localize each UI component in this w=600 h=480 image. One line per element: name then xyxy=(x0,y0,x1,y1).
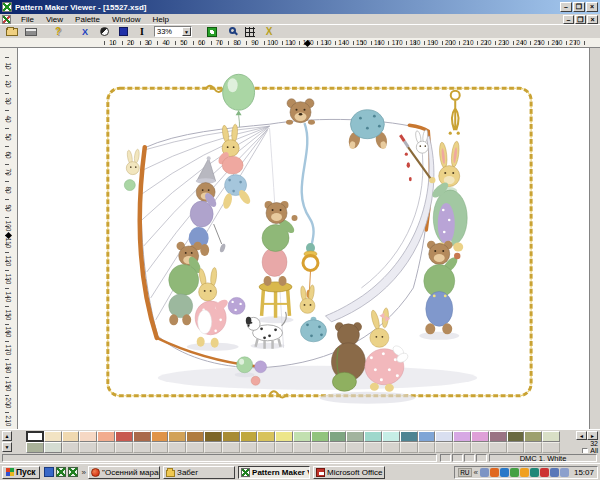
restore-button[interactable]: ❐ xyxy=(573,2,585,12)
palette-scroll-down-button[interactable]: ▼ xyxy=(2,442,12,452)
palette-swatch[interactable] xyxy=(346,431,364,442)
v-ruler-label: 180 xyxy=(5,362,12,373)
fit-button[interactable] xyxy=(203,26,221,38)
palette-swatch[interactable] xyxy=(97,431,115,442)
palette-swatch[interactable] xyxy=(329,431,347,442)
palette-swatch[interactable] xyxy=(257,431,275,442)
tray-icon[interactable] xyxy=(560,468,569,477)
palette-swatch[interactable] xyxy=(204,431,222,442)
minimize-button[interactable]: – xyxy=(560,2,572,12)
language-indicator[interactable]: RU xyxy=(458,468,471,477)
palette-swatch[interactable] xyxy=(275,431,293,442)
menu-window[interactable]: Window xyxy=(106,14,146,25)
palette-swatch[interactable] xyxy=(418,431,436,442)
child-close-button[interactable]: × xyxy=(587,15,598,24)
pattern-canvas[interactable] xyxy=(18,48,589,429)
palette-swatch[interactable] xyxy=(435,431,453,442)
open-button[interactable] xyxy=(3,26,21,38)
v-ruler-label: 200 xyxy=(5,398,12,409)
palette-right-arrow-button[interactable]: ► xyxy=(587,431,598,440)
palette-swatch[interactable] xyxy=(364,431,382,442)
help-button[interactable] xyxy=(49,26,67,38)
print-button[interactable] xyxy=(22,26,40,38)
palette-swatch[interactable] xyxy=(168,431,186,442)
task-button[interactable]: "Осенний марафон... xyxy=(88,466,160,479)
task-button[interactable]: Pattern Maker Vie... xyxy=(238,466,310,479)
title-bar: Pattern Maker Viewer - [15527.xsd] – ❐ × xyxy=(0,0,600,14)
palette-swatch[interactable] xyxy=(186,431,204,442)
palette-swatch[interactable] xyxy=(151,431,169,442)
zoom-combo[interactable]: 33%▼ xyxy=(154,26,192,37)
menu-help[interactable]: Help xyxy=(146,14,174,25)
tray-icon[interactable] xyxy=(480,468,489,477)
grid-button[interactable] xyxy=(241,26,259,38)
child-restore-button[interactable]: ❐ xyxy=(575,15,586,24)
bear-overalls xyxy=(424,241,461,335)
menu-file[interactable]: File xyxy=(15,14,40,25)
child-minimize-button[interactable]: – xyxy=(563,15,574,24)
quick-launch-icon-3[interactable] xyxy=(68,467,78,477)
palette-swatch[interactable] xyxy=(507,431,525,442)
quick-launch-chevron[interactable]: » xyxy=(82,468,86,477)
tray-icon[interactable] xyxy=(540,468,549,477)
palette-swatch[interactable] xyxy=(62,431,80,442)
tray-icon[interactable] xyxy=(500,468,509,477)
task-button[interactable]: Microsoft Office Pic... xyxy=(313,466,385,479)
palette-swatch[interactable] xyxy=(115,431,133,442)
palette-swatch[interactable] xyxy=(133,431,151,442)
palette-swatch[interactable] xyxy=(382,431,400,442)
quick-launch-icon-2[interactable] xyxy=(56,467,66,477)
menu-palette[interactable]: Palette xyxy=(69,14,106,25)
palette-swatch[interactable] xyxy=(471,431,489,442)
v-ruler-label: 100 xyxy=(5,220,12,231)
palette-left-arrow-button[interactable]: ◄ xyxy=(576,431,587,440)
h-ruler-label: 200 xyxy=(445,39,456,46)
palette-swatch[interactable] xyxy=(453,431,471,442)
palette-scroll-up-button[interactable]: ▲ xyxy=(2,431,12,441)
tray-icon[interactable] xyxy=(530,468,539,477)
h-ruler-label: 80 xyxy=(234,39,241,46)
palette-swatch[interactable] xyxy=(293,431,311,442)
tray-chevron[interactable]: « xyxy=(474,468,478,477)
menu-view[interactable]: View xyxy=(40,14,69,25)
zoom-value: 33% xyxy=(155,27,182,36)
palette-swatch[interactable] xyxy=(79,431,97,442)
window-right-edge xyxy=(589,48,600,429)
info-button[interactable] xyxy=(133,26,151,38)
half-stitch-button[interactable] xyxy=(95,26,113,38)
symbols-button[interactable] xyxy=(260,26,278,38)
palette-swatch[interactable] xyxy=(44,442,62,453)
tray-icon[interactable] xyxy=(520,468,529,477)
tray-icon[interactable] xyxy=(550,468,559,477)
h-ruler-label: 230 xyxy=(498,39,509,46)
zoom-tool-button[interactable] xyxy=(222,26,240,38)
task-button[interactable]: Забег xyxy=(163,466,235,479)
document-icon[interactable] xyxy=(2,15,11,24)
palette-swatch[interactable] xyxy=(44,431,62,442)
start-button[interactable]: Пуск xyxy=(2,466,40,479)
quick-launch-icon-1[interactable] xyxy=(44,467,54,477)
zoom-dropdown-arrow[interactable]: ▼ xyxy=(182,27,191,36)
h-ruler-label: 150 xyxy=(356,39,367,46)
palette-swatch[interactable] xyxy=(400,431,418,442)
palette-swatch[interactable] xyxy=(26,431,44,442)
v-ruler-label: 70 xyxy=(5,169,12,176)
solid-button[interactable] xyxy=(114,26,132,38)
close-button[interactable]: × xyxy=(586,2,598,12)
h-ruler-label: 260 xyxy=(552,39,563,46)
half-stitch-icon xyxy=(100,27,109,36)
palette-swatch[interactable] xyxy=(489,431,507,442)
palette-swatch[interactable] xyxy=(311,431,329,442)
taskbar: Пуск » "Осенний марафон...ЗабегPattern M… xyxy=(0,463,600,480)
palette-swatch[interactable] xyxy=(542,431,560,442)
full-stitch-button[interactable] xyxy=(76,26,94,38)
palette-empty-cell xyxy=(168,442,186,453)
palette-swatch[interactable] xyxy=(26,442,44,453)
palette-empty-cell xyxy=(400,442,418,453)
h-ruler-label: 240 xyxy=(516,39,527,46)
tray-icon[interactable] xyxy=(510,468,519,477)
palette-swatch[interactable] xyxy=(240,431,258,442)
palette-swatch[interactable] xyxy=(222,431,240,442)
palette-swatch[interactable] xyxy=(524,431,542,442)
tray-icon[interactable] xyxy=(490,468,499,477)
